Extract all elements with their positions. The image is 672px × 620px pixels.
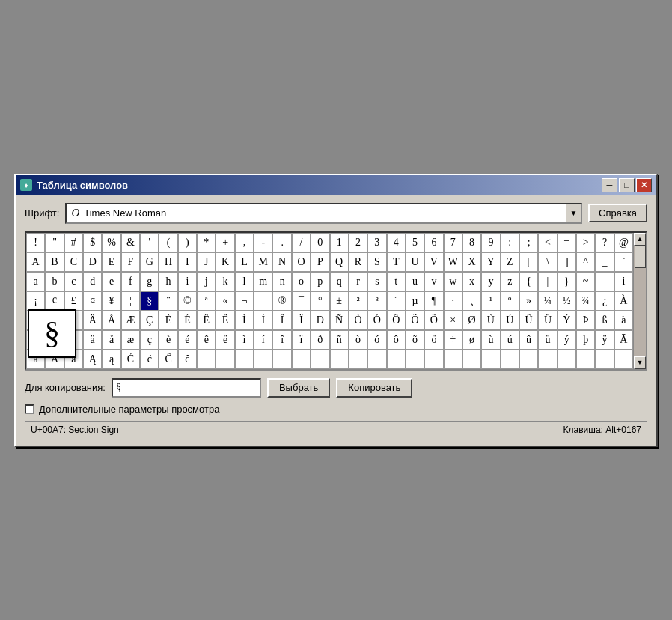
char-cell[interactable]: Ú	[501, 311, 519, 330]
char-cell[interactable]: í	[254, 330, 272, 350]
char-cell[interactable]: ]	[558, 252, 576, 272]
char-cell[interactable]: *	[197, 233, 216, 252]
scrollbar[interactable]: ▲ ▼	[633, 233, 646, 369]
char-cell[interactable]: Ç	[140, 311, 159, 330]
char-cell[interactable]: ÿ	[595, 330, 614, 350]
char-cell[interactable]: 8	[462, 233, 481, 252]
char-cell[interactable]: n	[272, 272, 291, 291]
char-cell[interactable]: x	[462, 272, 481, 291]
char-cell[interactable]: J	[197, 252, 216, 272]
char-cell[interactable]: {	[519, 272, 538, 291]
char-cell[interactable]: 0	[311, 233, 329, 252]
char-cell[interactable]: ú	[501, 330, 519, 350]
char-cell[interactable]: ¥	[102, 291, 120, 311]
char-cell[interactable]: Ā	[614, 330, 633, 350]
char-cell[interactable]: ¾	[576, 291, 595, 311]
char-cell[interactable]: ß	[595, 311, 614, 330]
scroll-thumb[interactable]	[635, 246, 646, 268]
char-cell[interactable]: !	[26, 233, 45, 252]
char-cell[interactable]: ï	[292, 330, 311, 350]
char-cell[interactable]: Ò	[349, 311, 367, 330]
char-cell[interactable]: ö	[424, 330, 443, 350]
char-cell[interactable]: I	[178, 252, 197, 272]
char-cell[interactable]: ñ	[330, 330, 349, 350]
char-cell[interactable]	[595, 272, 614, 291]
char-cell[interactable]: é	[178, 330, 197, 350]
char-cell[interactable]: Z	[501, 252, 519, 272]
copy-input[interactable]	[112, 378, 261, 398]
char-cell[interactable]: 6	[424, 233, 443, 252]
char-cell[interactable]: c	[64, 272, 83, 291]
char-cell[interactable]: b	[45, 272, 64, 291]
char-cell[interactable]: ê	[197, 330, 216, 350]
scroll-down-button[interactable]: ▼	[634, 356, 646, 369]
char-cell[interactable]: ò	[349, 330, 367, 350]
char-cell[interactable]: ~	[576, 272, 595, 291]
char-cell[interactable]: -	[254, 233, 272, 252]
char-cell[interactable]: È	[159, 311, 177, 330]
char-cell[interactable]: ë	[216, 330, 234, 350]
char-cell[interactable]: 7	[444, 233, 462, 252]
char-cell[interactable]: :	[501, 233, 519, 252]
char-cell[interactable]: &	[121, 233, 140, 252]
char-cell[interactable]: 2	[349, 233, 367, 252]
char-cell[interactable]: ·	[444, 291, 462, 311]
char-cell[interactable]: Ð	[311, 311, 329, 330]
char-cell[interactable]: «	[216, 291, 234, 311]
char-cell[interactable]: \	[538, 252, 557, 272]
char-cell[interactable]: v	[424, 272, 443, 291]
char-cell[interactable]: É	[178, 311, 197, 330]
char-cell[interactable]: Ĉ	[159, 350, 177, 369]
char-cell[interactable]: ¹	[481, 291, 500, 311]
char-cell[interactable]: ì	[235, 330, 254, 350]
char-cell[interactable]: »	[519, 291, 538, 311]
close-button[interactable]: ✕	[636, 178, 652, 192]
char-cell[interactable]: è	[159, 330, 177, 350]
char-cell[interactable]: i	[614, 272, 633, 291]
char-cell[interactable]: d	[83, 272, 102, 291]
char-cell[interactable]: Ą	[83, 350, 102, 369]
char-cell[interactable]: ý	[558, 330, 576, 350]
char-cell[interactable]: `	[614, 252, 633, 272]
char-cell[interactable]: r	[349, 272, 367, 291]
char-cell[interactable]: f	[121, 272, 140, 291]
char-cell[interactable]: ç	[140, 330, 159, 350]
char-cell[interactable]: U	[406, 252, 424, 272]
char-cell[interactable]: ;	[519, 233, 538, 252]
font-select[interactable]: O Times New Roman ▼	[65, 203, 582, 224]
char-cell[interactable]: Ë	[216, 311, 234, 330]
char-cell[interactable]: [	[519, 252, 538, 272]
char-cell[interactable]: A	[26, 252, 45, 272]
char-cell[interactable]: N	[272, 252, 291, 272]
char-cell[interactable]: %	[102, 233, 120, 252]
char-cell[interactable]: '	[140, 233, 159, 252]
char-cell[interactable]: Ù	[481, 311, 500, 330]
advanced-params-checkbox[interactable]	[25, 404, 34, 414]
char-cell[interactable]: Ê	[197, 311, 216, 330]
char-cell[interactable]: ×	[444, 311, 462, 330]
char-cell[interactable]: Q	[330, 252, 349, 272]
char-cell[interactable]: Ü	[538, 311, 557, 330]
char-cell[interactable]: û	[519, 330, 538, 350]
char-cell[interactable]: £	[64, 291, 83, 311]
char-cell[interactable]: ¯	[292, 291, 311, 311]
char-cell[interactable]: |	[538, 272, 557, 291]
char-cell[interactable]: ±	[330, 291, 349, 311]
char-cell[interactable]: D	[83, 252, 102, 272]
char-cell[interactable]: ­	[254, 291, 272, 311]
char-cell[interactable]: B	[45, 252, 64, 272]
char-cell[interactable]: F	[121, 252, 140, 272]
char-cell[interactable]: ü	[538, 330, 557, 350]
char-cell[interactable]: ó	[367, 330, 386, 350]
select-button[interactable]: Выбрать	[267, 378, 330, 398]
char-cell[interactable]: Ö	[424, 311, 443, 330]
char-cell[interactable]: õ	[406, 330, 424, 350]
char-cell[interactable]: _	[595, 252, 614, 272]
char-cell[interactable]: O	[292, 252, 311, 272]
char-cell[interactable]: #	[64, 233, 83, 252]
char-cell[interactable]: ©	[178, 291, 197, 311]
char-cell[interactable]: ø	[462, 330, 481, 350]
char-cell[interactable]: Æ	[121, 311, 140, 330]
char-cell[interactable]: q	[330, 272, 349, 291]
char-cell[interactable]: °	[311, 291, 329, 311]
